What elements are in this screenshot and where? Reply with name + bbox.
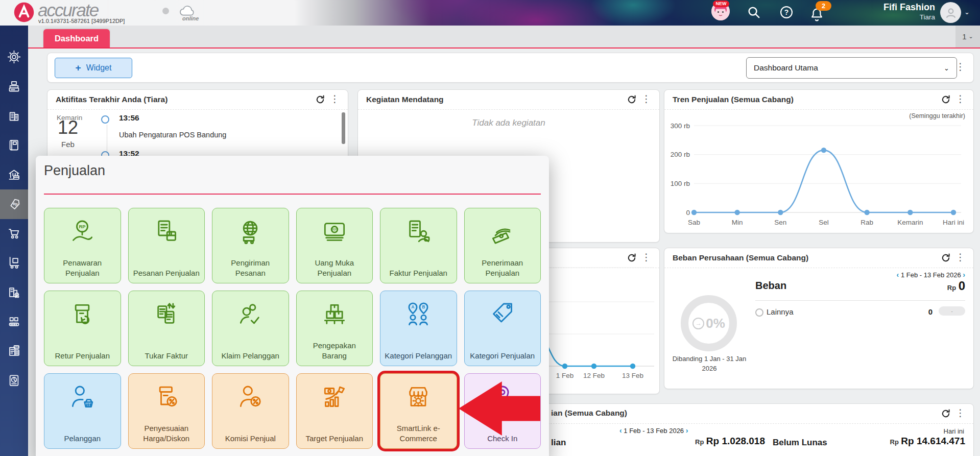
kebab-menu-icon[interactable]: ⋮ (955, 251, 965, 263)
svg-text:RP: RP (79, 224, 86, 229)
refresh-icon[interactable] (941, 409, 951, 419)
sidebar-item-tax[interactable]: TAX (0, 337, 28, 366)
tile-target-penjualan[interactable]: Target Penjualan (296, 373, 373, 449)
tile-uang-muka-penjualan[interactable]: RPUang Muka Penjualan (296, 208, 373, 283)
kebab-menu-icon[interactable]: ⋮ (641, 251, 651, 263)
dialog-title: Penjualan (44, 163, 105, 179)
sidebar-item-purchases[interactable] (0, 219, 28, 249)
refresh-icon[interactable] (941, 253, 951, 263)
scrollbar-thumb[interactable] (342, 112, 345, 144)
sales-amount: Rp Rp 1.028.018 (640, 436, 765, 447)
money-note-icon: RP (320, 208, 349, 246)
kebab-menu-icon[interactable]: ⋮ (955, 407, 965, 419)
tile-label: Faktur Penjualan (387, 268, 450, 278)
tile-pesanan-penjualan[interactable]: Pesanan Penjualan (128, 208, 205, 283)
tile-label: Target Penjualan (302, 434, 366, 444)
kebab-menu-icon[interactable]: ⋮ (330, 93, 340, 105)
tile-smartlink-e-commerce[interactable]: SmartLink e-Commerce (380, 373, 457, 449)
svg-text:TAX: TAX (14, 346, 19, 348)
activity-text[interactable]: Ubah Pengaturan POS Bandung (119, 131, 226, 139)
tile-pengiriman-pesanan[interactable]: Pengiriman Pesanan (212, 208, 289, 283)
accurate-logo-icon[interactable] (13, 2, 35, 23)
tile-penawaran-penjualan[interactable]: RPPenawaran Penjualan (44, 208, 121, 283)
panel-title-partial: ian (Semua Cabang) (551, 409, 627, 418)
tile-label: Check In (484, 434, 520, 444)
tile-label: Tukar Faktur (142, 351, 191, 361)
chevron-down-icon: ⌄ (969, 33, 973, 40)
tile-kategori-penjualan[interactable]: Kategori Penjualan (464, 291, 541, 366)
svg-text:300 rb: 300 rb (671, 122, 690, 130)
kebab-menu-icon[interactable]: ⋮ (955, 93, 965, 105)
activity-month: Feb (61, 140, 75, 149)
date-range-nav[interactable]: ‹ 1 Feb - 13 Feb 2026 › (897, 271, 965, 279)
tile-label: Klaim Pelanggan (219, 351, 282, 361)
box-return-icon (68, 291, 97, 329)
tax-doc-icon: TAX (7, 344, 21, 358)
tile-pelanggan[interactable]: Pelanggan (44, 373, 121, 449)
page-number: 1 (962, 32, 966, 41)
svg-text:200 rb: 200 rb (671, 151, 690, 158)
sidebar-item-inventory[interactable] (0, 248, 28, 278)
chevron-down-icon: ⌄ (944, 64, 949, 72)
sidebar-item-ledger[interactable] (0, 131, 28, 160)
add-widget-button[interactable]: + Widget (55, 58, 132, 78)
tile-label: Penawaran Penjualan (44, 258, 121, 278)
timeline-dot (101, 115, 109, 124)
refresh-icon[interactable] (315, 94, 325, 105)
toolbar-kebab-menu[interactable]: ⋮ (955, 61, 965, 73)
kebab-menu-icon[interactable]: ⋮ (641, 93, 651, 105)
tile-klaim-pelanggan[interactable]: Klaim Pelanggan (212, 291, 289, 366)
date-range-nav[interactable]: ‹ 1 Feb - 13 Feb 2026 › (619, 426, 688, 435)
cart-icon (7, 227, 21, 241)
tile-label: Kategori Penjualan (467, 351, 538, 361)
panel-title: Aktifitas Terakhir Anda (Tiara) (56, 95, 168, 104)
period-label[interactable]: Hari ini (944, 427, 964, 435)
refresh-icon[interactable] (627, 94, 637, 105)
tile-penyesuaian-harga-diskon[interactable]: Penyesuaian Harga/Diskon (128, 373, 205, 449)
refresh-icon[interactable] (627, 253, 637, 263)
sidebar-item-pos[interactable] (0, 72, 28, 102)
date-range-label: 1 Feb - 13 Feb 2026 (901, 271, 961, 279)
activity-day-number: 12 (58, 118, 78, 137)
tile-tukar-faktur[interactable]: Tukar Faktur (128, 291, 205, 366)
chart-rocket-icon (320, 374, 349, 412)
help-icon[interactable]: ? (779, 5, 794, 19)
tile-pengepakan-barang[interactable]: Pengepakan Barang (296, 291, 373, 366)
metric-label: Beban (755, 280, 786, 292)
sidebar-item-fixed-assets[interactable] (0, 278, 28, 307)
svg-text:Sen: Sen (774, 219, 786, 226)
user-menu-chevron-icon[interactable]: ⌄ (964, 8, 970, 16)
currency-label: Rp (947, 284, 956, 292)
gear-icon (7, 50, 21, 64)
sidebar-item-sales[interactable]: Rp (0, 189, 28, 219)
dashboard-select[interactable]: Dashboard Utama ⌄ (746, 57, 957, 79)
money-fan-icon (488, 208, 517, 246)
tile-retur-penjualan[interactable]: Retur Penjualan (44, 291, 121, 366)
page-selector[interactable]: 1 ⌄ (955, 26, 980, 47)
legend-label[interactable]: Lainnya (767, 307, 794, 316)
user-avatar[interactable] (940, 2, 961, 23)
globe-truck-icon (236, 208, 265, 246)
sidebar-item-manufacturing[interactable] (0, 307, 28, 337)
sidebar-item-cash-bank[interactable] (0, 160, 28, 189)
tile-kategori-pelanggan[interactable]: ABKategori Pelanggan (380, 291, 457, 366)
tab-dashboard[interactable]: Dashboard (43, 29, 110, 47)
search-icon[interactable] (747, 5, 761, 19)
dashboard-toolbar: + Widget Dashboard Utama ⌄ ⋮ (47, 53, 974, 83)
refresh-icon[interactable] (941, 94, 951, 105)
tile-komisi-penjual[interactable]: Komisi Penjual (212, 373, 289, 449)
sidebar-item-reports[interactable] (0, 366, 28, 396)
sidebar-item-company[interactable] (0, 101, 28, 131)
hand-rp-icon: RP (68, 208, 97, 246)
panel-sales-trend: Tren Penjualan (Semua Cabang) ⋮ (Semingg… (664, 89, 974, 233)
app-version: v1.0.1#3731-587261 [3499P12DP] (38, 18, 125, 24)
sales-trend-chart: 0100 rb200 rb300 rbSabMinSenSelRabKemari… (667, 111, 970, 230)
svg-text:Rab: Rab (861, 219, 873, 226)
tile-label: Penyesuaian Harga/Diskon (129, 423, 205, 443)
sidebar-item-settings[interactable] (0, 42, 28, 72)
header-dot-decoration (162, 8, 169, 14)
notification-count-badge: 2 (816, 1, 831, 11)
svg-text:Min: Min (732, 219, 743, 226)
tile-faktur-penjualan[interactable]: Faktur Penjualan (380, 208, 457, 283)
tile-penerimaan-penjualan[interactable]: Penerimaan Penjualan (464, 208, 541, 283)
